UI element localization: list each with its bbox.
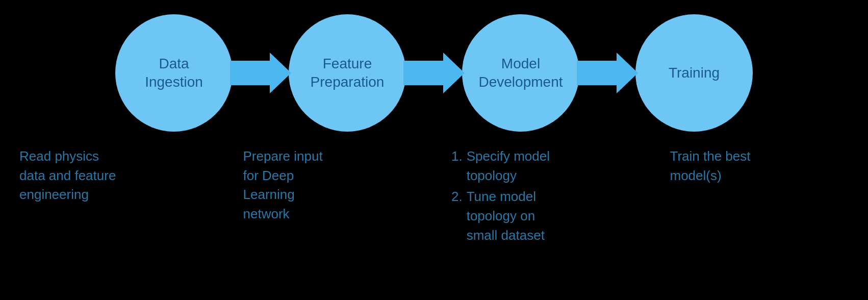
desc-col-model: 1. Specify modeltopology 2. Tune modelto… bbox=[436, 147, 645, 247]
flow-row: Data Ingestion Feature Preparation Model… bbox=[115, 14, 753, 132]
desc-col-training: Train the bestmodel(s) bbox=[645, 147, 863, 247]
desc-model-list-item-1: 1. Specify modeltopology bbox=[451, 147, 550, 185]
arrow-3 bbox=[577, 53, 638, 93]
circle-training: Training bbox=[635, 14, 753, 132]
main-container: Data Ingestion Feature Preparation Model… bbox=[0, 0, 868, 300]
desc-col-feature: Prepare inputfor DeepLearningnetwork bbox=[213, 147, 437, 247]
circle-feature-preparation-label: Feature Preparation bbox=[302, 55, 393, 92]
desc-ingestion-text: Read physicsdata and featureengineering bbox=[19, 147, 116, 205]
list-text-2: Tune modeltopology onsmall dataset bbox=[467, 187, 545, 245]
circle-model-development: Model Development bbox=[462, 14, 579, 132]
arrow-2 bbox=[403, 53, 465, 93]
description-row: Read physicsdata and featureengineering … bbox=[0, 147, 868, 247]
circle-training-label: Training bbox=[660, 64, 728, 82]
circle-data-ingestion: Data Ingestion bbox=[115, 14, 233, 132]
desc-col-ingestion: Read physicsdata and featureengineering bbox=[5, 147, 213, 247]
desc-feature-text: Prepare inputfor DeepLearningnetwork bbox=[243, 147, 323, 224]
arrow-1 bbox=[230, 53, 291, 93]
desc-model-list: 1. Specify modeltopology 2. Tune modelto… bbox=[451, 147, 550, 247]
list-num-2: 2. bbox=[451, 187, 463, 245]
desc-training-text: Train the bestmodel(s) bbox=[670, 147, 751, 185]
circle-model-development-label: Model Development bbox=[471, 55, 571, 92]
list-num-1: 1. bbox=[451, 147, 463, 185]
list-text-1: Specify modeltopology bbox=[467, 147, 550, 185]
circle-feature-preparation: Feature Preparation bbox=[289, 14, 406, 132]
circle-data-ingestion-label: Data Ingestion bbox=[137, 55, 211, 92]
desc-model-list-item-2: 2. Tune modeltopology onsmall dataset bbox=[451, 187, 550, 245]
